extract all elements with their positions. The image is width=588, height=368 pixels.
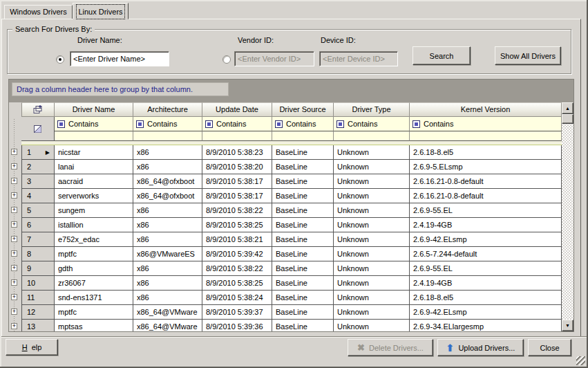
cell-name[interactable]: zr36067 bbox=[55, 276, 133, 291]
row-number-cell[interactable]: 4 bbox=[21, 189, 55, 203]
expand-row-button[interactable]: + bbox=[11, 309, 17, 315]
row-number-cell[interactable]: 8 bbox=[21, 247, 55, 261]
filter-condition-icon[interactable] bbox=[57, 120, 65, 128]
cell-kernel[interactable]: 2.6.5-7.244-default bbox=[410, 247, 562, 261]
cell-arch[interactable]: x86 bbox=[133, 160, 202, 174]
tab-windows-drivers[interactable]: Windows Drivers bbox=[4, 5, 73, 19]
close-button[interactable]: Close bbox=[528, 339, 571, 356]
row-number-cell[interactable]: 12 bbox=[21, 305, 55, 320]
row-number-cell[interactable]: 2 bbox=[21, 160, 55, 174]
cell-type[interactable]: Unknown bbox=[334, 320, 410, 331]
cell-arch[interactable]: x86_64@ofxboot bbox=[133, 189, 202, 203]
scroll-up-button[interactable]: ▲ bbox=[562, 102, 573, 114]
cell-date[interactable]: 8/9/2010 5:38:22 bbox=[202, 203, 272, 218]
filter-cell-kernel[interactable]: Contains bbox=[410, 117, 562, 131]
cell-arch[interactable]: x86_64@VMware bbox=[133, 320, 202, 331]
cell-type[interactable]: Unknown bbox=[334, 247, 410, 261]
column-header-date[interactable]: Update Date bbox=[202, 102, 272, 117]
cell-date[interactable]: 8/9/2010 5:39:37 bbox=[202, 305, 272, 320]
column-header-name[interactable]: Driver Name bbox=[55, 102, 133, 117]
cell-date[interactable]: 8/9/2010 5:39:42 bbox=[202, 247, 272, 261]
table-row[interactable]: 5sungemx868/9/2010 5:38:22BaseLineUnknow… bbox=[21, 203, 562, 218]
filter-cell-arch[interactable]: Contains bbox=[133, 117, 202, 131]
cell-source[interactable]: BaseLine bbox=[272, 276, 334, 291]
filter-condition-icon[interactable] bbox=[205, 120, 213, 128]
cell-date[interactable]: 8/9/2010 5:38:22 bbox=[202, 261, 272, 276]
cell-source[interactable]: BaseLine bbox=[272, 305, 334, 320]
filter-value-cell-arch[interactable] bbox=[133, 131, 202, 141]
cell-kernel[interactable]: 2.6.9-55.EL bbox=[410, 203, 562, 218]
device-id-input[interactable]: <Enter Device ID> bbox=[319, 51, 398, 66]
tab-linux-drivers[interactable]: Linux Drivers bbox=[73, 3, 129, 19]
expand-row-button[interactable]: + bbox=[11, 294, 17, 300]
table-row[interactable]: 11snd-ens1371x868/9/2010 5:38:24BaseLine… bbox=[21, 291, 562, 305]
table-row[interactable]: 12mptfcx86_64@VMware8/9/2010 5:39:37Base… bbox=[21, 305, 562, 320]
expand-row-button[interactable]: + bbox=[11, 265, 17, 271]
column-header-kernel[interactable]: Kernel Version bbox=[410, 102, 562, 117]
expand-row-button[interactable]: + bbox=[11, 207, 17, 213]
filter-cell-type[interactable]: Contains bbox=[334, 117, 410, 131]
row-number-cell[interactable]: 6 bbox=[21, 218, 55, 232]
filter-value-cell-date[interactable] bbox=[202, 131, 272, 141]
cell-source[interactable]: BaseLine bbox=[272, 320, 334, 331]
cell-source[interactable]: BaseLine bbox=[272, 261, 334, 276]
cell-kernel[interactable]: 2.6.18-8.el5 bbox=[410, 291, 562, 305]
cell-source[interactable]: BaseLine bbox=[272, 291, 334, 305]
cell-name[interactable]: e752x_edac bbox=[55, 232, 133, 247]
cell-type[interactable]: Unknown bbox=[334, 261, 410, 276]
expand-row-button[interactable]: + bbox=[11, 236, 17, 242]
table-row[interactable]: 9gdthx868/9/2010 5:38:22BaseLineUnknown2… bbox=[21, 261, 562, 276]
cell-source[interactable]: BaseLine bbox=[272, 232, 334, 247]
cell-kernel[interactable]: 2.6.9-42.ELsmp bbox=[410, 232, 562, 247]
filter-condition-icon[interactable] bbox=[136, 120, 144, 128]
expand-row-button[interactable]: + bbox=[11, 279, 17, 286]
cell-kernel[interactable]: 2.6.16.21-0.8-default bbox=[410, 174, 562, 189]
filter-panel-button[interactable] bbox=[21, 117, 55, 141]
cell-name[interactable]: mptfc bbox=[55, 305, 133, 320]
cell-name[interactable]: serverworks bbox=[55, 189, 133, 203]
cell-name[interactable]: sungem bbox=[55, 203, 133, 218]
cell-date[interactable]: 8/9/2010 5:39:36 bbox=[202, 320, 272, 331]
cell-type[interactable]: Unknown bbox=[334, 276, 410, 291]
table-row[interactable]: 1▶nicstarx868/9/2010 5:38:23BaseLineUnkn… bbox=[21, 145, 562, 160]
cell-arch[interactable]: x86@VMwareES bbox=[133, 247, 202, 261]
group-by-panel[interactable]: Drag a column header here to group by th… bbox=[9, 80, 573, 102]
cell-arch[interactable]: x86 bbox=[133, 145, 202, 160]
cell-arch[interactable]: x86 bbox=[133, 291, 202, 305]
filter-value-cell-name[interactable] bbox=[55, 131, 133, 141]
cell-type[interactable]: Unknown bbox=[334, 145, 410, 160]
cell-arch[interactable]: x86 bbox=[133, 261, 202, 276]
filter-cell-name[interactable]: Contains bbox=[55, 117, 133, 131]
grid-vertical-scrollbar[interactable]: ▲ ▼ bbox=[562, 102, 573, 331]
cell-type[interactable]: Unknown bbox=[334, 203, 410, 218]
table-row[interactable]: 8mptfcx86@VMwareES8/9/2010 5:39:42BaseLi… bbox=[21, 247, 562, 261]
driver-name-input[interactable]: <Enter Driver Name> bbox=[70, 51, 169, 66]
cell-type[interactable]: Unknown bbox=[334, 189, 410, 203]
grid-corner-cell[interactable] bbox=[21, 102, 55, 117]
cell-type[interactable]: Unknown bbox=[334, 218, 410, 232]
table-row[interactable]: 2lanaix868/9/2010 5:38:20BaseLineUnknown… bbox=[21, 160, 562, 174]
cell-kernel[interactable]: 2.6.9-34.ELlargesmp bbox=[410, 320, 562, 331]
cell-name[interactable]: nicstar bbox=[55, 145, 133, 160]
cell-date[interactable]: 8/9/2010 5:38:20 bbox=[202, 160, 272, 174]
search-by-driver-name-radio[interactable] bbox=[56, 55, 64, 64]
upload-drivers-button[interactable]: ⬆ Upload Drivers... bbox=[437, 339, 524, 356]
expand-row-button[interactable]: + bbox=[11, 323, 17, 329]
search-by-id-radio[interactable] bbox=[222, 55, 231, 64]
cell-date[interactable]: 8/9/2010 5:38:17 bbox=[202, 189, 272, 203]
cell-source[interactable]: BaseLine bbox=[272, 160, 334, 174]
cell-type[interactable]: Unknown bbox=[334, 305, 410, 320]
cell-kernel[interactable]: 2.4.19-4GB bbox=[410, 218, 562, 232]
cell-kernel[interactable]: 2.4.19-4GB bbox=[410, 276, 562, 291]
table-row[interactable]: 13mptsasx86_64@VMware8/9/2010 5:39:36Bas… bbox=[21, 320, 562, 331]
expand-row-button[interactable]: + bbox=[11, 178, 17, 184]
cell-date[interactable]: 8/9/2010 5:38:17 bbox=[202, 174, 272, 189]
cell-name[interactable]: gdth bbox=[55, 261, 133, 276]
search-button[interactable]: Search bbox=[412, 46, 471, 65]
cell-name[interactable]: aacraid bbox=[55, 174, 133, 189]
cell-name[interactable]: mptfc bbox=[55, 247, 133, 261]
cell-kernel[interactable]: 2.6.9-42.ELsmp bbox=[410, 305, 562, 320]
column-header-source[interactable]: Driver Source bbox=[272, 102, 334, 117]
cell-type[interactable]: Unknown bbox=[334, 232, 410, 247]
cell-arch[interactable]: x86 bbox=[133, 232, 202, 247]
